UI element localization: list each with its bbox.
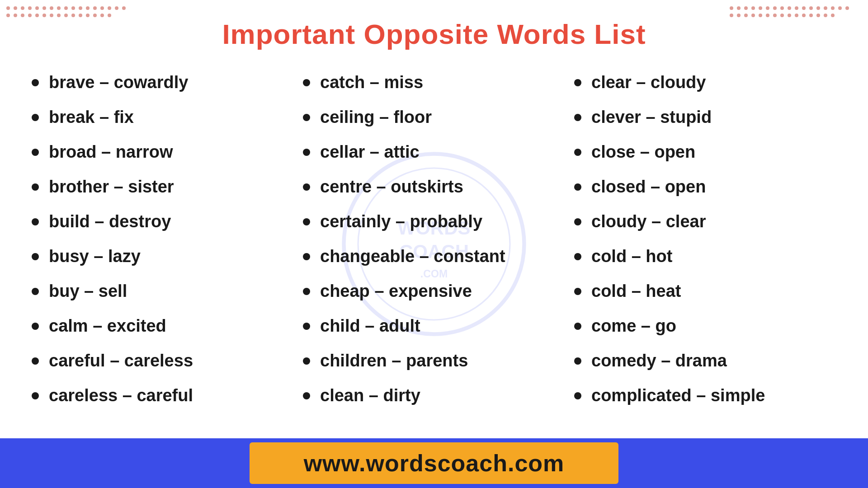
- word-pair: buy – sell: [49, 282, 127, 301]
- list-item: calm – excited: [32, 316, 294, 336]
- word-pair: clean – dirty: [320, 386, 420, 405]
- bullet-icon: [574, 218, 581, 225]
- list-item: break – fix: [32, 108, 294, 127]
- word-pair: close – open: [591, 142, 695, 162]
- word-pair: broad – narrow: [49, 142, 173, 162]
- list-item: closed – open: [574, 177, 836, 197]
- list-item: certainly – probably: [303, 212, 565, 231]
- bullet-icon: [32, 288, 39, 295]
- list-item: broad – narrow: [32, 142, 294, 162]
- bullet-icon: [574, 357, 581, 365]
- dot-pattern-left: [5, 5, 140, 50]
- footer-url-box: www.wordscoach.com: [250, 442, 619, 484]
- bullet-icon: [303, 114, 310, 121]
- word-pair: cold – heat: [591, 282, 681, 301]
- list-item: ceiling – floor: [303, 108, 565, 127]
- list-item: catch – miss: [303, 73, 565, 92]
- bullet-icon: [303, 392, 310, 399]
- list-item: cold – heat: [574, 282, 836, 301]
- list-item: child – adult: [303, 316, 565, 336]
- bullet-icon: [32, 253, 39, 260]
- word-pair: clever – stupid: [591, 108, 712, 127]
- column-2: catch – miss ceiling – floor cellar – at…: [303, 73, 565, 421]
- word-pair: busy – lazy: [49, 247, 141, 266]
- bullet-icon: [303, 357, 310, 365]
- word-pair: cloudy – clear: [591, 212, 706, 231]
- list-item: comedy – drama: [574, 351, 836, 371]
- bullet-icon: [303, 218, 310, 225]
- list-item: clever – stupid: [574, 108, 836, 127]
- content-area: brave – cowardly break – fix broad – nar…: [0, 64, 868, 430]
- bullet-icon: [574, 323, 581, 330]
- bullet-icon: [303, 253, 310, 260]
- word-pair: careless – careful: [49, 386, 193, 405]
- bullet-icon: [574, 79, 581, 86]
- bullet-icon: [32, 149, 39, 156]
- list-item: clean – dirty: [303, 386, 565, 405]
- word-pair: calm – excited: [49, 316, 166, 336]
- word-pair: brave – cowardly: [49, 73, 188, 92]
- list-item: cheap – expensive: [303, 282, 565, 301]
- bullet-icon: [32, 218, 39, 225]
- word-pair: break – fix: [49, 108, 134, 127]
- word-pair: clear – cloudy: [591, 73, 706, 92]
- footer-url: www.wordscoach.com: [304, 450, 565, 477]
- word-pair: certainly – probably: [320, 212, 482, 231]
- bullet-icon: [32, 392, 39, 399]
- list-item: buy – sell: [32, 282, 294, 301]
- word-pair: children – parents: [320, 351, 468, 371]
- list-item: come – go: [574, 316, 836, 336]
- bullet-icon: [574, 114, 581, 121]
- bullet-icon: [574, 253, 581, 260]
- footer-bar: www.wordscoach.com: [0, 438, 868, 488]
- list-item: cloudy – clear: [574, 212, 836, 231]
- list-item: build – destroy: [32, 212, 294, 231]
- word-pair: catch – miss: [320, 73, 423, 92]
- bullet-icon: [303, 183, 310, 191]
- bullet-icon: [32, 79, 39, 86]
- list-item: centre – outskirts: [303, 177, 565, 197]
- bullet-icon: [32, 183, 39, 191]
- list-item: careless – careful: [32, 386, 294, 405]
- word-pair: build – destroy: [49, 212, 171, 231]
- list-item: changeable – constant: [303, 247, 565, 266]
- bullet-icon: [303, 288, 310, 295]
- word-pair: comedy – drama: [591, 351, 727, 371]
- word-pair: cellar – attic: [320, 142, 420, 162]
- bullet-icon: [32, 357, 39, 365]
- list-item: close – open: [574, 142, 836, 162]
- column-1: brave – cowardly break – fix broad – nar…: [32, 73, 294, 421]
- bullet-icon: [32, 114, 39, 121]
- column-3: clear – cloudy clever – stupid close – o…: [574, 73, 836, 421]
- word-pair: child – adult: [320, 316, 420, 336]
- bullet-icon: [32, 323, 39, 330]
- list-item: clear – cloudy: [574, 73, 836, 92]
- list-item: complicated – simple: [574, 386, 836, 405]
- list-item: cold – hot: [574, 247, 836, 266]
- word-pair: complicated – simple: [591, 386, 765, 405]
- list-item: cellar – attic: [303, 142, 565, 162]
- dot-pattern-right: [728, 5, 863, 50]
- list-item: careful – careless: [32, 351, 294, 371]
- word-pair: ceiling – floor: [320, 108, 432, 127]
- bullet-icon: [574, 149, 581, 156]
- list-item: brave – cowardly: [32, 73, 294, 92]
- bullet-icon: [574, 392, 581, 399]
- word-pair: cheap – expensive: [320, 282, 472, 301]
- bullet-icon: [303, 149, 310, 156]
- list-item: brother – sister: [32, 177, 294, 197]
- word-pair: closed – open: [591, 177, 706, 197]
- word-pair: come – go: [591, 316, 676, 336]
- word-pair: careful – careless: [49, 351, 193, 371]
- bullet-icon: [303, 79, 310, 86]
- word-pair: cold – hot: [591, 247, 672, 266]
- word-pair: brother – sister: [49, 177, 174, 197]
- bullet-icon: [303, 323, 310, 330]
- word-pair: centre – outskirts: [320, 177, 463, 197]
- word-pair: changeable – constant: [320, 247, 505, 266]
- bullet-icon: [574, 288, 581, 295]
- list-item: children – parents: [303, 351, 565, 371]
- bullet-icon: [574, 183, 581, 191]
- list-item: busy – lazy: [32, 247, 294, 266]
